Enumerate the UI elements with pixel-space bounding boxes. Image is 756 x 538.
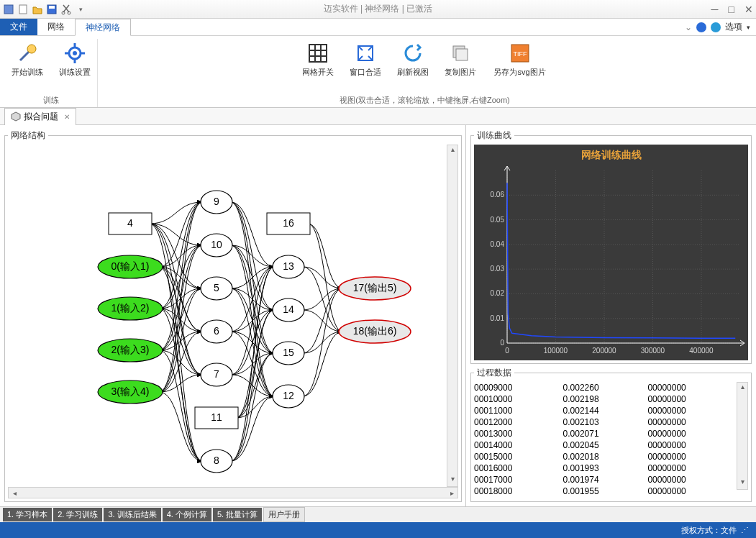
svg-rect-1 <box>19 5 27 14</box>
quick-access-toolbar: ▾ <box>3 4 86 15</box>
svg-text:0.01: 0.01 <box>491 314 505 322</box>
svg-text:0.05: 0.05 <box>491 216 505 224</box>
table-row: 000130000.00207100000000 <box>474 428 737 439</box>
tab-samples[interactable]: 1. 学习样本 <box>3 508 52 521</box>
svg-text:11: 11 <box>211 411 222 423</box>
svg-text:0.04: 0.04 <box>491 240 505 248</box>
cut-icon[interactable] <box>60 4 72 15</box>
tab-results[interactable]: 3. 训练后结果 <box>104 508 160 521</box>
grid-icon <box>306 42 329 65</box>
process-data-panel: 过程数据 000090000.00226000000000000100000.0… <box>470 367 752 502</box>
tab-network[interactable]: 网络 <box>37 19 75 35</box>
svg-text:TIFF: TIFF <box>513 50 527 58</box>
start-train-button[interactable]: 开始训练 <box>7 39 47 77</box>
caret-icon[interactable]: ⌄ <box>685 22 692 32</box>
svg-rect-13 <box>309 45 327 62</box>
titlebar: ▾ 迈实软件 | 神经网络 | 已激活 ─ □ ✕ <box>0 0 756 19</box>
table-row: 000160000.00199300000000 <box>474 462 737 474</box>
svg-text:3(输入4): 3(输入4) <box>111 386 150 397</box>
svg-point-8 <box>73 51 77 55</box>
svg-text:10: 10 <box>211 239 222 250</box>
open-icon[interactable] <box>32 4 43 15</box>
main-content: 网络结构 411160(输入1)1(输入2)2(输入3)3(输入4)910567… <box>0 125 756 506</box>
options-button[interactable]: 选项 <box>725 21 742 33</box>
tab-manual[interactable]: 用户手册 <box>263 507 305 522</box>
table-row: 000120000.00210300000000 <box>474 416 737 428</box>
svg-text:0.02: 0.02 <box>491 289 505 297</box>
new-icon[interactable] <box>17 4 29 15</box>
svg-text:16: 16 <box>283 217 294 229</box>
network-canvas[interactable]: 411160(输入1)1(输入2)2(输入3)3(输入4)91056781314… <box>8 145 447 483</box>
window-title: 迈实软件 | 神经网络 | 已激活 <box>324 3 433 15</box>
statusbar: 授权方式：文件 ⋰ <box>0 522 756 538</box>
svg-text:5: 5 <box>214 282 219 293</box>
auth-status: 授权方式：文件 <box>681 525 737 536</box>
svg-text:0: 0 <box>505 347 509 355</box>
svg-text:7: 7 <box>214 368 219 380</box>
chart-title: 网络训练曲线 <box>474 145 748 166</box>
tiff-icon: TIFF <box>509 42 532 65</box>
svg-text:100000: 100000 <box>544 347 568 355</box>
svg-text:9: 9 <box>214 196 219 207</box>
ribbon-tabs: 文件 网络 神经网络 ⌄ 选项 ▾ <box>0 19 756 36</box>
refresh-view-button[interactable]: 刷新视图 <box>393 39 433 77</box>
maximize-button[interactable]: □ <box>729 4 734 15</box>
svg-text:6: 6 <box>214 325 219 337</box>
svg-text:14: 14 <box>283 304 294 315</box>
tab-file[interactable]: 文件 <box>0 19 37 35</box>
gear-icon <box>63 42 86 65</box>
svg-text:12: 12 <box>283 390 294 401</box>
tab-training[interactable]: 2. 学习训练 <box>53 508 102 521</box>
svg-text:400000: 400000 <box>689 347 714 355</box>
training-curve-panel: 训练曲线 网络训练曲线 00.010.020.030.040.050.06010… <box>470 129 752 364</box>
svg-text:200000: 200000 <box>592 347 616 355</box>
network-structure-panel: 网络结构 411160(输入1)1(输入2)2(输入3)3(输入4)910567… <box>4 129 462 502</box>
tab-single-calc[interactable]: 4. 个例计算 <box>163 508 211 521</box>
close-button[interactable]: ✕ <box>744 4 753 15</box>
fit-icon <box>354 42 377 65</box>
svg-point-6 <box>27 45 36 53</box>
fit-window-button[interactable]: 窗口合适 <box>345 39 386 77</box>
proc-vscrollbar[interactable]: ▴▾ <box>737 382 748 490</box>
tab-neural-network[interactable]: 神经网络 <box>75 19 131 36</box>
qat-dropdown-icon[interactable]: ▾ <box>75 4 86 15</box>
workflow-tabs: 1. 学习样本 2. 学习训练 3. 训练后结果 4. 个例计算 5. 批量计算… <box>0 506 756 522</box>
svg-rect-3 <box>49 6 55 9</box>
svg-text:4: 4 <box>127 217 133 229</box>
svg-text:17(输出5): 17(输出5) <box>353 282 397 293</box>
svg-text:8: 8 <box>214 455 219 466</box>
table-row: 000140000.00204500000000 <box>474 439 737 451</box>
left-pane: 网络结构 411160(输入1)1(输入2)2(输入3)3(输入4)910567… <box>0 125 466 506</box>
document-tabs: 拟合问题 ✕ <box>0 108 756 125</box>
info-icon[interactable] <box>711 22 721 32</box>
svg-text:18(输出6): 18(输出6) <box>353 325 397 337</box>
hscrollbar[interactable]: ◂▸ <box>8 487 458 498</box>
train-settings-button[interactable]: 训练设置 <box>55 39 95 77</box>
svg-text:0.06: 0.06 <box>491 191 505 199</box>
close-tab-icon[interactable]: ✕ <box>64 113 70 121</box>
help-icon[interactable] <box>696 22 706 32</box>
svg-text:13: 13 <box>283 260 294 272</box>
table-row: 000170000.00197400000000 <box>474 474 737 485</box>
vscrollbar[interactable]: ▴▾ <box>447 145 458 487</box>
copy-icon <box>449 42 472 65</box>
chevron-down-icon[interactable]: ▾ <box>747 24 750 31</box>
window-controls: ─ □ ✕ <box>711 4 753 15</box>
save-icon[interactable] <box>46 4 58 15</box>
svg-text:0: 0 <box>500 339 504 347</box>
grid-toggle-button[interactable]: 网格开关 <box>298 39 338 77</box>
minimize-button[interactable]: ─ <box>711 4 719 15</box>
refresh-icon <box>401 42 424 65</box>
process-data-list[interactable]: 000090000.00226000000000000100000.002198… <box>474 382 737 497</box>
tab-batch-calc[interactable]: 5. 批量计算 <box>213 508 262 521</box>
table-row: 000180000.00195500000000 <box>474 485 737 497</box>
cube-icon <box>11 111 21 122</box>
doc-tab-fitting[interactable]: 拟合问题 ✕ <box>4 108 76 125</box>
table-row: 000150000.00201800000000 <box>474 451 737 462</box>
svg-rect-0 <box>4 5 13 14</box>
copy-image-button[interactable]: 复制图片 <box>440 39 481 77</box>
resize-grip-icon[interactable]: ⋰ <box>741 526 749 535</box>
save-svg-button[interactable]: TIFF 另存为svg图片 <box>488 39 552 77</box>
table-row: 000110000.00214400000000 <box>474 405 737 416</box>
table-row: 000100000.00219800000000 <box>474 393 737 405</box>
